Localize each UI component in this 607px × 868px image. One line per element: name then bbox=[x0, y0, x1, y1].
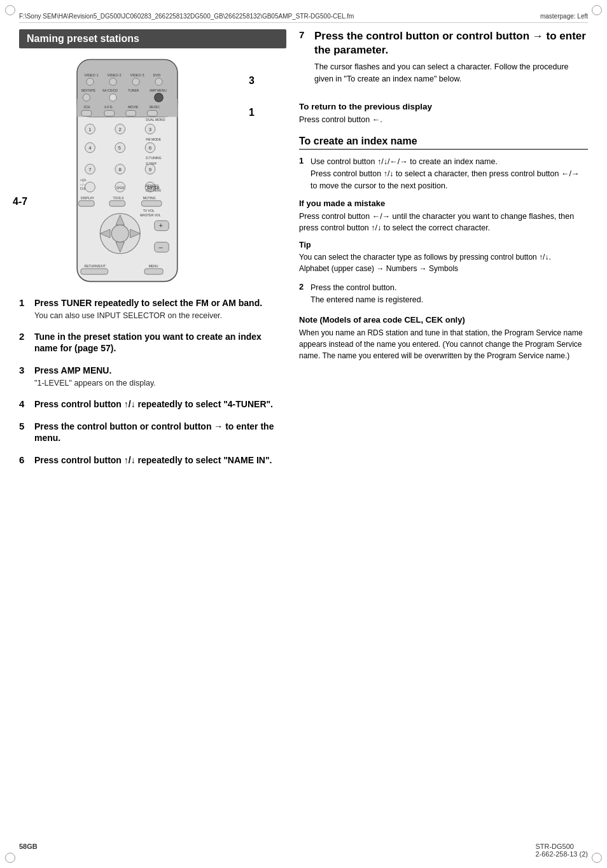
svg-text:9: 9 bbox=[149, 167, 151, 172]
diagram-label-1: 1 bbox=[249, 107, 255, 118]
remote-diagram: 3 1 4-7 VIDEO 1 VIDEO 2 VIDEO 3 DVD bbox=[45, 56, 235, 287]
return-display-section: To return to the previous display Press … bbox=[299, 102, 588, 126]
index-step-num-2: 2 bbox=[299, 282, 308, 306]
svg-text:SA-CD/CD: SA-CD/CD bbox=[102, 88, 118, 92]
svg-point-71 bbox=[111, 225, 129, 242]
svg-text:TOOLS: TOOLS bbox=[113, 196, 125, 200]
footer: 58GB STR-DG500 2-662-258-13 (2) bbox=[19, 843, 588, 858]
svg-point-10 bbox=[155, 78, 162, 85]
svg-rect-61 bbox=[79, 200, 95, 206]
step-title-2: Tune in the preset station you want to c… bbox=[34, 331, 286, 354]
note-section: Note (Models of area code CEL, CEK only)… bbox=[299, 315, 588, 361]
svg-text:DISPLAY: DISPLAY bbox=[81, 196, 95, 200]
svg-point-17 bbox=[155, 94, 164, 102]
svg-text:MOVIE: MOVIE bbox=[128, 105, 139, 109]
step-content-4: Press control button ↑/↓ repeatedly to s… bbox=[34, 398, 286, 412]
step-content-6: Press control button ↑/↓ repeatedly to s… bbox=[34, 454, 286, 468]
svg-point-7 bbox=[87, 78, 94, 85]
index-name-heading: To create an index name bbox=[299, 136, 588, 150]
step-number-3: 3 bbox=[19, 365, 31, 389]
footer-right: STR-DG500 2-662-258-13 (2) bbox=[535, 843, 588, 858]
svg-text:FM MODE: FM MODE bbox=[146, 137, 161, 141]
svg-rect-78 bbox=[81, 269, 108, 274]
index-step-2: 2 Press the control button. The entered … bbox=[299, 282, 588, 306]
steps-list: 1 Press TUNER repeatedly to select the F… bbox=[19, 297, 286, 468]
svg-text:MENU: MENU bbox=[149, 264, 158, 268]
svg-text:–: – bbox=[159, 243, 164, 251]
svg-text:VIDEO 2: VIDEO 2 bbox=[108, 73, 122, 77]
svg-text:MUSIC: MUSIC bbox=[150, 105, 160, 109]
return-display-heading: To return to the previous display bbox=[299, 102, 588, 111]
left-column: Naming preset stations 3 1 4-7 VIDEO 1 V… bbox=[19, 29, 286, 477]
step-content-2: Tune in the preset station you want to c… bbox=[34, 331, 286, 356]
page-number: 58GB bbox=[19, 843, 38, 858]
return-display-body: Press control button ←. bbox=[299, 114, 588, 126]
mistake-heading: If you made a mistake bbox=[299, 199, 588, 208]
svg-rect-22 bbox=[81, 111, 92, 116]
svg-text:VIDEO 3: VIDEO 3 bbox=[130, 73, 144, 77]
svg-point-15 bbox=[83, 94, 90, 101]
step-item-7: 7 Press the control button or control bu… bbox=[299, 29, 588, 93]
corner-mark-bl bbox=[5, 853, 15, 863]
section-heading: Naming preset stations bbox=[19, 29, 286, 48]
diagram-label-47: 4-7 bbox=[13, 196, 27, 207]
step-number-1: 1 bbox=[19, 297, 31, 322]
svg-text:0/10: 0/10 bbox=[116, 185, 125, 190]
header-path: F:\Sony SEM\HA\Revision5_DG500\JC060283_… bbox=[19, 13, 354, 20]
svg-text:MASTER VOL: MASTER VOL bbox=[140, 213, 161, 217]
svg-text:2: 2 bbox=[119, 127, 122, 132]
step-title-1: Press TUNER repeatedly to select the FM … bbox=[34, 297, 286, 309]
svg-text:DVD: DVD bbox=[153, 73, 161, 77]
svg-text:1: 1 bbox=[88, 127, 91, 132]
step-item-2: 2 Tune in the preset station you want to… bbox=[19, 331, 286, 356]
svg-text:TUNER: TUNER bbox=[128, 88, 139, 92]
footer-model: STR-DG500 bbox=[535, 843, 574, 850]
svg-text:AMP MENU: AMP MENU bbox=[150, 88, 167, 92]
svg-text:>10/-: >10/- bbox=[80, 179, 87, 182]
step-body-3: "1-LEVEL" appears on the display. bbox=[34, 378, 286, 389]
svg-text:7: 7 bbox=[88, 167, 91, 172]
note-body: When you name an RDS station and tune in… bbox=[299, 327, 588, 361]
svg-text:3: 3 bbox=[149, 127, 152, 132]
step-content-5: Press the control button or control butt… bbox=[34, 421, 286, 445]
step-number-5: 5 bbox=[19, 421, 31, 445]
step-content-3: Press AMP MENU. "1-LEVEL" appears on the… bbox=[34, 365, 286, 389]
svg-text:MUTING: MUTING bbox=[143, 196, 156, 200]
step-item-1: 1 Press TUNER repeatedly to select the F… bbox=[19, 297, 286, 322]
header-bar: F:\Sony SEM\HA\Revision5_DG500\JC060283_… bbox=[19, 13, 588, 23]
note-heading: Note (Models of area code CEL, CEK only) bbox=[299, 315, 588, 325]
remote-svg: VIDEO 1 VIDEO 2 VIDEO 3 DVD MD/TAPE SA-C… bbox=[45, 56, 210, 285]
main-content: Naming preset stations 3 1 4-7 VIDEO 1 V… bbox=[19, 29, 588, 477]
svg-rect-23 bbox=[104, 111, 115, 116]
svg-text:A.F.D.: A.F.D. bbox=[104, 105, 113, 109]
step-item-6: 6 Press control button ↑/↓ repeatedly to… bbox=[19, 454, 286, 468]
svg-point-9 bbox=[132, 78, 139, 85]
page-container: F:\Sony SEM\HA\Revision5_DG500\JC060283_… bbox=[0, 0, 607, 868]
svg-text:VIDEO 1: VIDEO 1 bbox=[85, 73, 99, 77]
mistake-body: Press control button ←/→ until the chara… bbox=[299, 211, 588, 235]
step-title-3: Press AMP MENU. bbox=[34, 365, 286, 376]
svg-point-8 bbox=[109, 78, 116, 85]
index-name-section: To create an index name 1 Use control bu… bbox=[299, 136, 588, 305]
step-number-7: 7 bbox=[299, 29, 310, 93]
footer-code: 2-662-258-13 (2) bbox=[535, 850, 588, 858]
step-body-7: The cursor flashes and you can select a … bbox=[314, 61, 588, 85]
right-column: 7 Press the control button or control bu… bbox=[299, 29, 588, 477]
step-title-4: Press control button ↑/↓ repeatedly to s… bbox=[34, 398, 286, 410]
step-item-4: 4 Press control button ↑/↓ repeatedly to… bbox=[19, 398, 286, 412]
index-step-body-1: Use control button ↑/↓/←/→ to create an … bbox=[310, 156, 588, 192]
svg-text:TV VOL: TV VOL bbox=[143, 209, 155, 213]
tip-body: You can select the character type as fol… bbox=[299, 251, 588, 274]
svg-text:+: + bbox=[159, 221, 164, 229]
svg-rect-24 bbox=[126, 111, 136, 116]
svg-text:6: 6 bbox=[149, 145, 152, 151]
index-step-body-2: Press the control button. The entered na… bbox=[310, 282, 588, 306]
step-title-6: Press control button ↑/↓ repeatedly to s… bbox=[34, 454, 286, 466]
step-title-5: Press the control button or control butt… bbox=[34, 421, 286, 444]
step-item-5: 5 Press the control button or control bu… bbox=[19, 421, 286, 445]
step-title-7: Press the control button or control butt… bbox=[314, 29, 588, 57]
svg-rect-79 bbox=[144, 269, 163, 274]
svg-text:DUAL MONO: DUAL MONO bbox=[146, 118, 165, 122]
corner-mark-tr bbox=[592, 5, 602, 15]
svg-text:8: 8 bbox=[119, 167, 122, 172]
